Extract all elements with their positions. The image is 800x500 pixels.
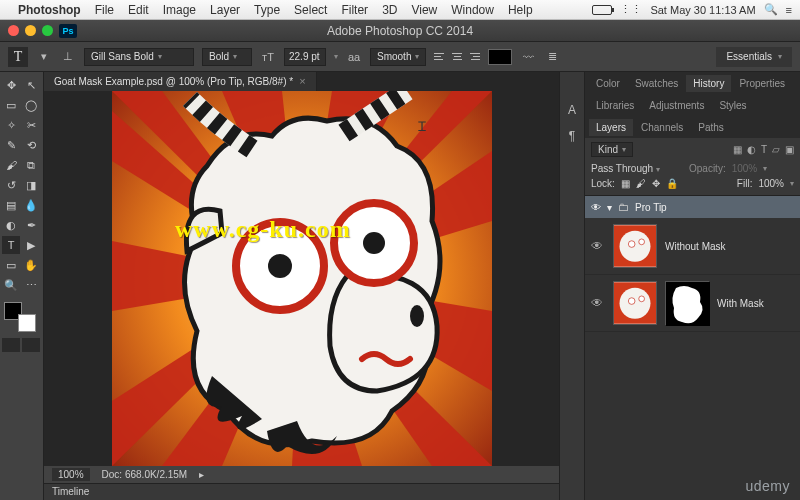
crop-tool[interactable]: ✂: [22, 116, 40, 134]
background-color[interactable]: [18, 314, 36, 332]
magic-wand-tool[interactable]: ✧: [2, 116, 20, 134]
layer-thumbnail[interactable]: [613, 224, 657, 268]
character-panel-icon[interactable]: A: [564, 102, 580, 118]
lock-pixels-icon[interactable]: 🖌: [636, 178, 646, 189]
blend-mode-dropdown[interactable]: Pass Through ▾: [591, 163, 683, 174]
layer-group-row[interactable]: 👁 ▾ 🗀 Pro Tip: [585, 196, 800, 218]
zoom-window-button[interactable]: [42, 25, 53, 36]
align-center-button[interactable]: [450, 50, 464, 64]
align-left-button[interactable]: [434, 50, 448, 64]
menu-help[interactable]: Help: [508, 3, 533, 17]
menu-view[interactable]: View: [411, 3, 437, 17]
warp-text-icon[interactable]: 〰: [520, 49, 536, 65]
timeline-panel-tab[interactable]: Timeline: [44, 483, 559, 500]
menu-app[interactable]: Photoshop: [18, 3, 81, 17]
notification-center-icon[interactable]: ≡: [786, 4, 792, 16]
history-brush-tool[interactable]: ↺: [2, 176, 20, 194]
document-canvas[interactable]: Ꮖ: [112, 91, 492, 466]
eye-icon[interactable]: 👁: [591, 239, 605, 253]
text-color-swatch[interactable]: [488, 49, 512, 65]
layer-row[interactable]: 👁 Without Mask: [585, 218, 800, 275]
menu-image[interactable]: Image: [163, 3, 196, 17]
lock-position-icon[interactable]: ✥: [652, 178, 660, 189]
stamp-tool[interactable]: ⧉: [22, 156, 40, 174]
menu-window[interactable]: Window: [451, 3, 494, 17]
document-tab[interactable]: Goat Mask Example.psd @ 100% (Pro Tip, R…: [44, 72, 317, 91]
chevron-down-icon[interactable]: ▾: [790, 179, 794, 188]
layer-thumbnail[interactable]: [613, 281, 657, 325]
close-window-button[interactable]: [8, 25, 19, 36]
hand-tool[interactable]: ✋: [22, 256, 40, 274]
filter-pixel-icon[interactable]: ▦: [733, 144, 742, 155]
quick-mask-button[interactable]: [2, 338, 20, 352]
zoom-level[interactable]: 100%: [52, 468, 90, 481]
chevron-down-icon[interactable]: ▾: [36, 49, 52, 65]
minimize-window-button[interactable]: [25, 25, 36, 36]
align-right-button[interactable]: [466, 50, 480, 64]
character-panel-icon[interactable]: ≣: [544, 49, 560, 65]
paragraph-panel-icon[interactable]: ¶: [564, 128, 580, 144]
menu-filter[interactable]: Filter: [341, 3, 368, 17]
menu-file[interactable]: File: [95, 3, 114, 17]
tab-paths[interactable]: Paths: [691, 119, 731, 136]
lasso-tool[interactable]: ◯: [22, 96, 40, 114]
menu-3d[interactable]: 3D: [382, 3, 397, 17]
screen-mode-button[interactable]: [22, 338, 40, 352]
filter-smart-icon[interactable]: ▣: [785, 144, 794, 155]
font-style-dropdown[interactable]: Bold ▾: [202, 48, 252, 66]
anti-alias-dropdown[interactable]: Smooth ▾: [370, 48, 426, 66]
close-tab-icon[interactable]: ×: [299, 75, 305, 87]
layer-filter-dropdown[interactable]: Kind ▾: [591, 142, 633, 157]
type-tool[interactable]: T: [2, 236, 20, 254]
tab-history[interactable]: History: [686, 75, 731, 92]
menu-layer[interactable]: Layer: [210, 3, 240, 17]
gradient-tool[interactable]: ▤: [2, 196, 20, 214]
chevron-down-icon[interactable]: ▾: [334, 52, 338, 61]
lock-transparent-icon[interactable]: ▦: [621, 178, 630, 189]
zoom-tool[interactable]: 🔍: [2, 276, 20, 294]
edit-toolbar[interactable]: ⋯: [22, 276, 40, 294]
opacity-value[interactable]: 100%: [732, 163, 758, 174]
lock-all-icon[interactable]: 🔒: [666, 178, 678, 189]
filter-shape-icon[interactable]: ▱: [772, 144, 780, 155]
active-tool-preset[interactable]: T: [8, 47, 28, 67]
arrow-tool[interactable]: ↖: [22, 76, 40, 94]
tab-adjustments[interactable]: Adjustments: [642, 97, 711, 114]
blur-tool[interactable]: 💧: [22, 196, 40, 214]
layer-mask-thumbnail[interactable]: [665, 281, 709, 325]
tab-libraries[interactable]: Libraries: [589, 97, 641, 114]
status-menu-icon[interactable]: ▸: [199, 469, 204, 480]
path-select-tool[interactable]: ▶: [22, 236, 40, 254]
move-tool[interactable]: ✥: [2, 76, 20, 94]
filter-type-icon[interactable]: T: [761, 144, 767, 155]
tab-color[interactable]: Color: [589, 75, 627, 92]
pen-tool[interactable]: ✒: [22, 216, 40, 234]
eyedropper-tool[interactable]: ✎: [2, 136, 20, 154]
chevron-down-icon[interactable]: ▾: [763, 164, 767, 173]
foreground-background-colors[interactable]: [2, 302, 38, 332]
eye-icon[interactable]: 👁: [591, 296, 605, 310]
tab-layers[interactable]: Layers: [589, 119, 633, 136]
spotlight-icon[interactable]: 🔍: [764, 3, 778, 16]
marquee-tool[interactable]: ▭: [2, 96, 20, 114]
text-orientation-icon[interactable]: ⊥: [60, 49, 76, 65]
healing-tool[interactable]: ⟲: [22, 136, 40, 154]
brush-tool[interactable]: 🖌: [2, 156, 20, 174]
layer-row[interactable]: 👁 With Mask: [585, 275, 800, 332]
shape-tool[interactable]: ▭: [2, 256, 20, 274]
tab-styles[interactable]: Styles: [712, 97, 753, 114]
eraser-tool[interactable]: ◨: [22, 176, 40, 194]
menu-edit[interactable]: Edit: [128, 3, 149, 17]
disclosure-triangle-icon[interactable]: ▾: [607, 202, 612, 213]
tab-channels[interactable]: Channels: [634, 119, 690, 136]
menu-type[interactable]: Type: [254, 3, 280, 17]
filter-adjust-icon[interactable]: ◐: [747, 144, 756, 155]
font-family-dropdown[interactable]: Gill Sans Bold ▾: [84, 48, 194, 66]
font-size-field[interactable]: 22.9 pt: [284, 48, 326, 66]
eye-icon[interactable]: 👁: [591, 202, 601, 213]
dodge-tool[interactable]: ◐: [2, 216, 20, 234]
tab-properties[interactable]: Properties: [732, 75, 792, 92]
tab-swatches[interactable]: Swatches: [628, 75, 685, 92]
fill-value[interactable]: 100%: [758, 178, 784, 189]
menu-select[interactable]: Select: [294, 3, 327, 17]
